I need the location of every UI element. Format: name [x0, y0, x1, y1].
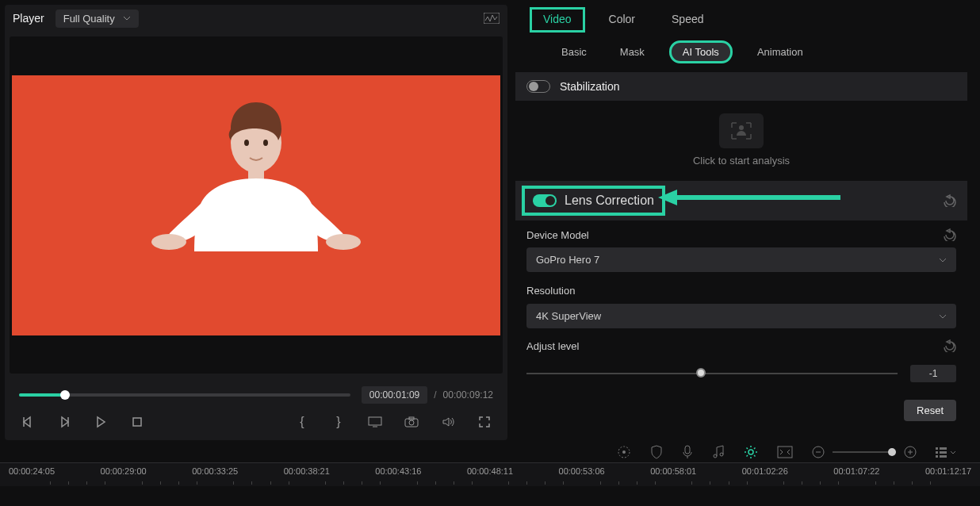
svg-point-5: [151, 234, 186, 250]
svg-rect-34: [940, 455, 947, 458]
chevron-down-icon: [939, 314, 947, 319]
time-total: 00:00:09:12: [443, 389, 493, 401]
chevron-down-icon: [939, 258, 947, 263]
shield-icon[interactable]: [650, 445, 663, 459]
lens-reset-icon[interactable]: [944, 194, 956, 207]
resolution-value: 4K SuperView: [536, 310, 601, 322]
ruler-tick: 00:00:43:16: [375, 466, 421, 476]
zoom-in-icon[interactable]: [904, 446, 917, 458]
video-preview[interactable]: [10, 36, 503, 374]
tab-speed[interactable]: Speed: [668, 11, 706, 30]
waveform-icon[interactable]: [484, 13, 500, 24]
ruler-tick: 00:00:48:11: [467, 466, 513, 476]
timeline-ruler[interactable]: 00:00:24:0500:00:29:0000:00:33:2500:00:3…: [0, 462, 980, 486]
svg-point-13: [409, 420, 414, 425]
svg-point-2: [244, 140, 249, 146]
ruler-tick: 00:01:02:26: [742, 466, 788, 476]
svg-rect-23: [778, 447, 792, 458]
device-model-dropdown[interactable]: GoPro Hero 7: [526, 247, 956, 272]
snapshot-button[interactable]: [403, 413, 420, 431]
svg-point-20: [714, 454, 717, 458]
zoom-slider[interactable]: [833, 451, 896, 453]
ruler-tick: 00:00:33:25: [192, 466, 238, 476]
svg-rect-30: [936, 451, 938, 454]
stabilization-row: Stabilization: [515, 72, 967, 101]
svg-rect-29: [936, 447, 938, 450]
quality-dropdown[interactable]: Full Quality: [56, 10, 139, 28]
stop-button[interactable]: [128, 413, 146, 431]
adjust-level-value[interactable]: -1: [910, 365, 956, 382]
svg-rect-19: [685, 446, 690, 454]
timeline-toolbar: [0, 440, 980, 462]
device-model-reset-icon[interactable]: [944, 228, 956, 241]
ruler-tick: 00:01:07:22: [833, 466, 879, 476]
player-label: Player: [13, 12, 44, 25]
svg-rect-10: [369, 417, 381, 425]
timeline-view-dropdown[interactable]: [936, 447, 956, 458]
effects-icon[interactable]: [744, 445, 758, 459]
display-settings-button[interactable]: [366, 413, 384, 431]
color-wheel-icon[interactable]: [617, 445, 631, 459]
time-current[interactable]: 00:00:01:09: [362, 386, 427, 404]
ruler-tick: 00:00:29:00: [101, 466, 147, 476]
device-model-label: Device Model: [526, 229, 589, 241]
mic-icon[interactable]: [682, 445, 693, 459]
chevron-down-icon: [950, 450, 956, 454]
svg-point-15: [739, 125, 744, 130]
mark-in-button[interactable]: {: [293, 413, 311, 431]
inspector-pane: Video Color Speed Basic Mask AI Tools An…: [515, 5, 975, 440]
lens-correction-toggle[interactable]: [533, 194, 557, 207]
analysis-icon[interactable]: [719, 113, 764, 148]
ruler-tick: 00:00:24:05: [9, 466, 55, 476]
tab-color[interactable]: Color: [606, 11, 638, 30]
reset-button[interactable]: Reset: [904, 400, 956, 421]
svg-rect-33: [940, 451, 947, 454]
ruler-tick: 00:01:12:17: [925, 466, 971, 476]
ruler-tick: 00:00:58:01: [650, 466, 696, 476]
svg-point-6: [326, 234, 361, 250]
player-pane: Player Full Quality: [5, 5, 507, 440]
chevron-down-icon: [123, 16, 131, 21]
adjust-level-slider[interactable]: [526, 373, 898, 374]
fullscreen-button[interactable]: [476, 413, 493, 431]
list-icon: [936, 447, 947, 458]
svg-rect-9: [133, 418, 141, 426]
zoom-out-icon[interactable]: [812, 446, 825, 458]
device-model-value: GoPro Hero 7: [536, 254, 599, 266]
next-frame-button[interactable]: [56, 413, 73, 431]
svg-point-22: [748, 450, 753, 454]
resolution-dropdown[interactable]: 4K SuperView: [526, 304, 956, 328]
subtab-ai-tools[interactable]: AI Tools: [669, 40, 733, 63]
ruler-tick: 00:00:38:21: [284, 466, 330, 476]
subtab-mask[interactable]: Mask: [614, 43, 651, 61]
adjust-level-reset-icon[interactable]: [944, 339, 956, 352]
svg-point-21: [720, 453, 723, 456]
adjust-level-label: Adjust level: [526, 340, 579, 352]
play-button[interactable]: [92, 413, 109, 431]
prev-frame-button[interactable]: [19, 413, 36, 431]
subtab-basic[interactable]: Basic: [555, 43, 593, 61]
volume-button[interactable]: [439, 413, 457, 431]
tab-video[interactable]: Video: [530, 7, 585, 33]
svg-point-3: [263, 140, 268, 146]
subtab-animation[interactable]: Animation: [751, 43, 810, 61]
stabilization-label: Stabilization: [560, 80, 620, 93]
analysis-prompt[interactable]: Click to start analysis: [515, 155, 967, 167]
scrub-bar[interactable]: [19, 393, 350, 397]
ruler-tick: 00:00:53:06: [559, 466, 605, 476]
svg-rect-31: [936, 455, 938, 458]
music-icon[interactable]: [712, 445, 725, 459]
lens-correction-label: Lens Correction: [565, 194, 654, 208]
person-graphic: [137, 99, 375, 329]
time-separator: /: [434, 389, 436, 401]
resolution-label: Resolution: [526, 285, 575, 297]
stabilization-toggle[interactable]: [526, 80, 550, 93]
arrow-annotation: [658, 188, 840, 207]
mark-out-button[interactable]: }: [330, 413, 347, 431]
svg-rect-32: [940, 447, 947, 450]
aspect-ratio-icon[interactable]: [777, 446, 793, 458]
quality-value: Full Quality: [63, 13, 115, 25]
svg-point-18: [622, 450, 626, 454]
